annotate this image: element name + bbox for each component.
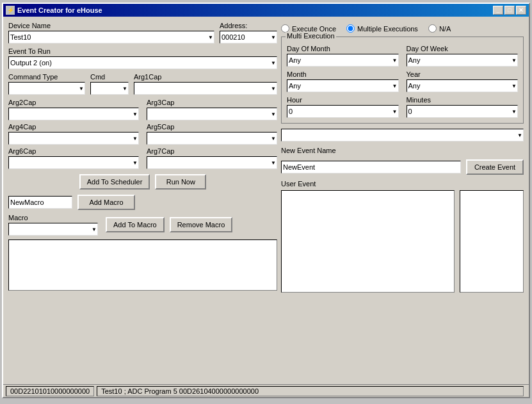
arg4cap-select[interactable] <box>8 132 139 145</box>
arg2cap-select[interactable] <box>8 108 139 120</box>
year-label: Year <box>407 70 519 78</box>
add-to-scheduler-button[interactable]: Add To Scheduler <box>79 174 150 190</box>
arg6cap-select[interactable] <box>8 156 139 169</box>
macro-label: Macro <box>8 214 98 222</box>
main-window: ⚡ Event Creator for eHouse _ □ ✕ Device … <box>2 3 530 398</box>
minimize-button[interactable]: _ <box>493 6 503 15</box>
remove-macro-button[interactable]: Remove Macro <box>170 217 233 232</box>
new-event-name-input[interactable] <box>281 161 461 174</box>
extra-dropdown[interactable] <box>281 129 524 141</box>
month-label: Month <box>287 70 399 78</box>
na-label: N/A <box>439 25 451 33</box>
user-event-label: User Event <box>281 180 524 188</box>
arg5cap-select[interactable] <box>147 132 277 145</box>
hour-label: Hour <box>287 96 399 104</box>
create-event-button[interactable]: Create Event <box>466 159 524 175</box>
macro-name-input[interactable] <box>8 196 72 209</box>
status-right: Test10 ; ADC Program 5 00D26104000000000… <box>97 386 524 396</box>
minutes-select[interactable]: 0 <box>407 105 519 118</box>
right-panel: Execute Once Multiple Executions N/A Mul… <box>281 22 524 379</box>
arg1cap-select[interactable] <box>134 82 277 95</box>
arg3cap-label: Arg3Cap <box>147 99 277 106</box>
title-bar: ⚡ Event Creator for eHouse _ □ ✕ <box>3 4 529 17</box>
arg4cap-label: Arg4Cap <box>8 123 139 131</box>
day-of-week-label: Day Of Week <box>407 45 519 53</box>
address-select[interactable]: 000210 <box>220 31 277 44</box>
arg7cap-label: Arg7Cap <box>147 147 277 155</box>
command-type-label: Command Type <box>8 73 85 81</box>
maximize-button[interactable]: □ <box>504 6 515 15</box>
year-select[interactable]: Any <box>407 79 519 92</box>
day-of-week-select[interactable]: Any <box>407 54 519 67</box>
cmd-select[interactable] <box>90 82 129 95</box>
arg7cap-select[interactable] <box>147 156 277 169</box>
cmd-label: Cmd <box>90 73 129 81</box>
event-to-run-label: Event To Run <box>8 47 277 55</box>
status-left: 00D22101010000000000 <box>6 386 94 396</box>
user-event-list[interactable] <box>281 190 455 293</box>
day-of-month-select[interactable]: Any <box>287 54 399 67</box>
hour-select[interactable]: 0 <box>287 105 399 118</box>
device-name-label: Device Name <box>8 22 214 29</box>
window-controls: _ □ ✕ <box>493 6 526 15</box>
arg2cap-label: Arg2Cap <box>8 99 139 106</box>
address-label: Address: <box>220 22 277 29</box>
left-panel: Device Name Test10 Address: 000210 <box>8 22 277 379</box>
command-type-select[interactable] <box>8 82 85 95</box>
arg3cap-select[interactable] <box>147 108 277 120</box>
multiple-executions-label: Multiple Executions <box>357 25 418 33</box>
multi-execution-label: Multi Execution <box>286 32 336 40</box>
add-macro-button[interactable]: Add Macro <box>77 195 135 210</box>
close-button[interactable]: ✕ <box>516 6 526 15</box>
macro-select[interactable] <box>8 223 98 236</box>
status-bar: 00D22101010000000000 Test10 ; ADC Progra… <box>3 384 529 397</box>
execute-once-label: Execute Once <box>292 25 336 33</box>
minutes-label: Minutes <box>407 96 519 104</box>
add-to-macro-button[interactable]: Add To Macro <box>106 217 165 232</box>
arg1cap-label: Arg1Cap <box>134 73 277 81</box>
arg6cap-label: Arg6Cap <box>8 147 139 155</box>
na-radio[interactable] <box>428 24 437 33</box>
event-to-run-select[interactable]: Output 2 (on) <box>8 56 277 69</box>
user-event-detail[interactable] <box>460 190 524 293</box>
run-now-button[interactable]: Run Now <box>155 174 206 190</box>
month-select[interactable]: Any <box>287 79 399 92</box>
arg5cap-label: Arg5Cap <box>147 123 277 131</box>
window-icon: ⚡ <box>6 6 15 15</box>
window-title: Event Creator for eHouse <box>17 6 102 14</box>
multiple-executions-radio[interactable] <box>346 24 355 33</box>
new-event-name-label: New Event Name <box>281 147 336 154</box>
day-of-month-label: Day Of Month <box>287 45 399 53</box>
macro-textarea[interactable] <box>8 239 277 291</box>
device-name-select[interactable]: Test10 <box>8 31 214 44</box>
